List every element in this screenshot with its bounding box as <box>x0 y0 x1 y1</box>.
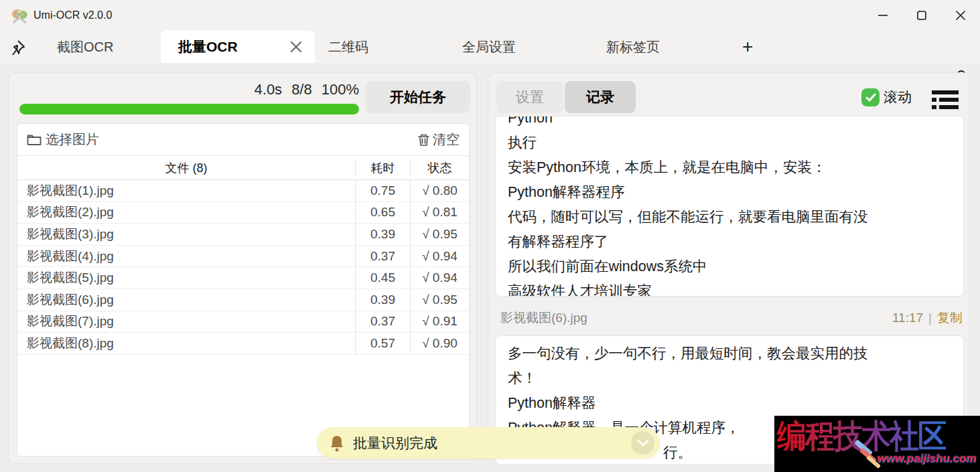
pushpin-icon <box>9 37 29 58</box>
table-row[interactable]: 影视截图(7).jpg 0.37 √ 0.91 <box>17 311 469 333</box>
collapse-notification-button[interactable] <box>631 431 654 455</box>
cell-file: 影视截图(1).jpg <box>17 182 355 200</box>
close-tab-icon <box>289 40 303 54</box>
table-row[interactable]: 影视截图(1).jpg 0.75 √ 0.80 <box>17 180 469 202</box>
minimize-icon <box>878 10 888 21</box>
header-file: 文件 (8) <box>17 160 355 176</box>
tab-label: 截图OCR <box>57 38 113 56</box>
table-row[interactable]: 影视截图(3).jpg 0.39 √ 0.95 <box>17 224 469 246</box>
cell-file: 影视截图(8).jpg <box>17 335 355 352</box>
tab-global-settings[interactable]: 全局设置 <box>462 31 516 63</box>
clear-label: 清空 <box>433 131 460 149</box>
table-row[interactable]: 影视截图(5).jpg 0.45 √ 0.94 <box>17 267 469 289</box>
table-row[interactable]: 影视截图(6).jpg 0.39 √ 0.95 <box>17 289 469 311</box>
list-menu-icon <box>929 89 960 110</box>
ocr-text-line: 高级软件人才培训专家 <box>508 279 951 297</box>
app-icon <box>11 7 28 24</box>
titlebar: Umi-OCR v2.0.0 <box>0 0 980 31</box>
cell-time: 0.75 <box>355 180 410 202</box>
maximize-icon <box>916 10 927 21</box>
copy-link[interactable]: 复制 <box>937 309 963 327</box>
start-task-button[interactable]: 开始任务 <box>366 81 470 113</box>
file-toolbar: 选择图片 清空 <box>17 124 469 156</box>
plus-icon: + <box>742 36 753 58</box>
ocr-text-line: Python解释器程序 <box>508 180 951 205</box>
scroll-toggle[interactable]: 滚动 <box>861 88 912 106</box>
tab-settings[interactable]: 设置 <box>496 81 563 113</box>
maximize-button[interactable] <box>902 0 941 31</box>
ocr-text-line: 代码，随时可以写，但能不能运行，就要看电脑里面有没 <box>508 205 951 230</box>
folder-icon <box>27 134 42 146</box>
watermark-url: www.paijishu.com <box>877 452 976 465</box>
tabbar: 截图OCR 批量OCR 二维码 全局设置 新标签页 + <box>0 31 980 63</box>
file-list-card: 选择图片 清空 文件 (8) 耗时 状态 影视截图(1).jpg 0.75 √ … <box>17 123 470 457</box>
tab-screenshot-ocr[interactable]: 截图OCR <box>57 31 113 63</box>
cell-status: √ 0.81 <box>410 202 469 224</box>
progress-percent: 100% <box>322 81 359 98</box>
records-panel: 设置 记录 滚动 Python 执行 安装Python环境，本质上，就是在电脑中… <box>488 72 970 464</box>
record-header: 影视截图(6).jpg 11:17 | 复制 <box>495 305 964 331</box>
checkbox-checked-icon <box>861 88 880 106</box>
clear-button[interactable]: 清空 <box>417 131 460 149</box>
record-filename: 影视截图(6).jpg <box>500 309 587 327</box>
cell-time: 0.37 <box>355 311 410 333</box>
tab-batch-ocr[interactable]: 批量OCR <box>161 31 315 63</box>
cell-status: √ 0.94 <box>410 246 469 267</box>
umi-ocr-window: Umi-OCR v2.0.0 截图OCR 批量OCR <box>0 0 980 472</box>
window-controls <box>863 0 980 31</box>
ocr-text-line: 术！ <box>508 366 951 391</box>
elapsed-time: 4.0s <box>255 81 283 98</box>
minimize-button[interactable] <box>863 0 902 31</box>
list-menu-button[interactable] <box>929 89 960 110</box>
table-row[interactable]: 影视截图(2).jpg 0.65 √ 0.81 <box>17 202 469 224</box>
record-text-block: Python 执行 安装Python环境，本质上，就是在电脑中，安装： Pyth… <box>495 116 964 297</box>
progress-bar <box>19 104 359 114</box>
ocr-text-line: 多一句没有，少一句不行，用最短时间，教会最实用的技 <box>508 341 951 366</box>
progress-count: 8/8 <box>291 81 312 98</box>
cell-file: 影视截图(4).jpg <box>17 248 355 265</box>
cell-file: 影视截图(3).jpg <box>17 226 355 243</box>
record-time: 11:17 <box>892 311 923 325</box>
close-tab-button[interactable] <box>289 40 303 54</box>
table-row[interactable]: 影视截图(4).jpg 0.37 √ 0.94 <box>17 246 469 268</box>
ocr-text-line: Python <box>508 116 951 131</box>
tab-label: 新标签页 <box>606 38 660 56</box>
cell-status: √ 0.94 <box>410 267 469 289</box>
header-time: 耗时 <box>355 160 410 176</box>
cell-status: √ 0.80 <box>410 180 469 202</box>
ocr-text-line: 安装Python环境，本质上，就是在电脑中，安装： <box>508 155 951 180</box>
ocr-text-line: 执行 <box>508 131 951 155</box>
pin-button[interactable] <box>9 37 29 58</box>
cell-status: √ 0.95 <box>410 289 469 311</box>
cell-status: √ 0.91 <box>410 311 469 333</box>
cell-time: 0.45 <box>355 267 410 289</box>
close-button[interactable] <box>941 0 980 31</box>
new-tab-button[interactable]: + <box>742 31 753 63</box>
ocr-text-line: Python解释器 <box>508 391 951 416</box>
scroll-label: 滚动 <box>884 88 912 106</box>
progress-bar-fill <box>19 104 359 114</box>
notification-text: 批量识别完成 <box>353 434 437 453</box>
tab-qrcode[interactable]: 二维码 <box>328 31 368 63</box>
cell-status: √ 0.95 <box>410 224 469 245</box>
header-status: 状态 <box>410 160 469 176</box>
cell-time: 0.65 <box>355 202 410 224</box>
cell-status: √ 0.90 <box>410 333 469 354</box>
tab-new-page[interactable]: 新标签页 <box>606 31 660 63</box>
cell-time: 0.39 <box>355 289 410 311</box>
chevron-down-icon <box>637 439 649 447</box>
site-watermark: 编程技术社区 www.paijishu.com <box>774 416 980 472</box>
table-header: 文件 (8) 耗时 状态 <box>17 156 469 180</box>
tab-label: 批量OCR <box>178 37 238 56</box>
cell-file: 影视截图(5).jpg <box>17 269 355 287</box>
tab-records[interactable]: 记录 <box>565 81 636 113</box>
notification-bar: 批量识别完成 <box>317 427 660 459</box>
select-images-button[interactable]: 选择图片 <box>27 131 99 149</box>
close-icon <box>955 10 966 21</box>
ocr-text-line: 所以我们前面在windows系统中 <box>508 254 951 279</box>
cell-time: 0.37 <box>355 246 410 267</box>
cell-file: 影视截图(7).jpg <box>17 313 355 330</box>
record-separator: | <box>928 311 932 325</box>
batch-ocr-panel: 4.0s 8/8 100% 开始任务 选择图片 清空 <box>8 72 477 464</box>
table-row[interactable]: 影视截图(8).jpg 0.57 √ 0.90 <box>17 333 469 355</box>
